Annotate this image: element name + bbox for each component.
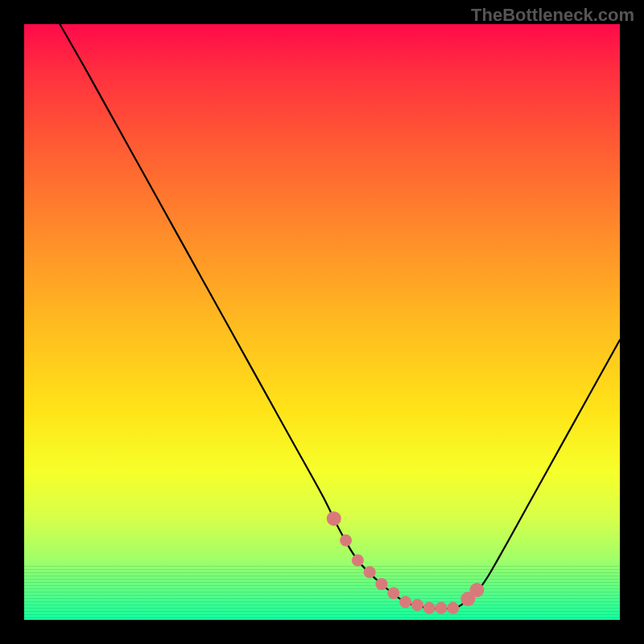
accent-dot [364,566,376,578]
accent-dot [387,587,399,599]
plot-area [24,24,620,620]
accent-dots [327,511,485,614]
accent-dot [399,596,411,608]
accent-dot [352,555,364,567]
accent-dot [436,602,448,614]
accent-dot [327,511,341,526]
accent-dot [340,535,352,547]
accent-dot [469,583,484,597]
watermark-text: TheBottleneck.com [471,5,634,26]
chart-stage: TheBottleneck.com [0,0,644,644]
accent-dot [423,602,436,614]
accent-dot [376,578,388,590]
accent-dot [411,599,423,611]
accent-dot [447,602,459,614]
curve-layer [24,24,620,620]
